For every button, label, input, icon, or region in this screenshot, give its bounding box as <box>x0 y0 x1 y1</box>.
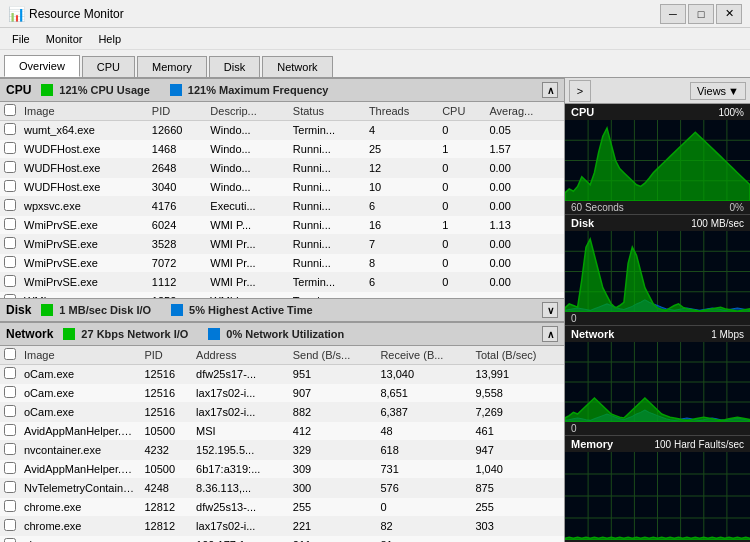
table-row[interactable]: oCam.exe12516lax17s02-i...8826,3877,269 <box>0 403 564 422</box>
cpu-col-check[interactable] <box>0 102 20 121</box>
table-row[interactable]: wpxsvc.exe4176Executi...Runni...600.00 <box>0 197 564 216</box>
cpu-col-status[interactable]: Status <box>289 102 365 121</box>
network-col-check[interactable] <box>0 346 20 365</box>
row-checkbox[interactable] <box>4 481 16 493</box>
table-cell: 3040 <box>148 178 206 197</box>
network-col-send[interactable]: Send (B/s... <box>289 346 377 365</box>
close-button[interactable]: ✕ <box>716 4 742 24</box>
table-cell: 12812 <box>140 517 192 536</box>
row-checkbox[interactable] <box>4 180 16 192</box>
table-row[interactable]: WmiPrvSE.exe3528WMI Pr...Runni...700.00 <box>0 235 564 254</box>
network-col-pid[interactable]: PID <box>140 346 192 365</box>
row-checkbox[interactable] <box>4 218 16 230</box>
table-cell <box>471 536 564 543</box>
disk-collapse-btn[interactable]: ∨ <box>542 302 558 318</box>
row-checkbox[interactable] <box>4 500 16 512</box>
table-row[interactable]: WUDFHost.exe2648Windo...Runni...1200.00 <box>0 159 564 178</box>
table-cell: 8,651 <box>376 384 471 403</box>
table-cell: 329 <box>289 441 377 460</box>
table-cell: AvidAppManHelper.exe <box>20 422 140 441</box>
row-checkbox[interactable] <box>4 443 16 455</box>
menu-monitor[interactable]: Monitor <box>38 31 91 47</box>
graph-canvas <box>565 120 750 201</box>
table-cell: Windo... <box>206 159 289 178</box>
graph-network: Network 1 Mbps 0 <box>565 325 750 435</box>
table-row[interactable]: WmiPrvSE.exe6024WMI P...Runni...1611.13 <box>0 216 564 235</box>
network-collapse-btn[interactable]: ∧ <box>542 326 558 342</box>
row-checkbox[interactable] <box>4 142 16 154</box>
network-select-all[interactable] <box>4 348 16 360</box>
tab-cpu[interactable]: CPU <box>82 56 135 77</box>
network-table-container[interactable]: Image PID Address Send (B/s... Receive (… <box>0 346 564 542</box>
table-row[interactable]: oCam.exe12516dfw25s17-...95113,04013,991 <box>0 365 564 384</box>
row-checkbox[interactable] <box>4 538 16 542</box>
network-col-image[interactable]: Image <box>20 346 140 365</box>
tab-memory[interactable]: Memory <box>137 56 207 77</box>
network-col-receive[interactable]: Receive (B... <box>376 346 471 365</box>
disk-section-header[interactable]: Disk 1 MB/sec Disk I/O 5% Highest Active… <box>0 298 564 322</box>
network-io-text: 27 Kbps Network I/O <box>81 328 188 340</box>
table-cell: Windo... <box>206 140 289 159</box>
cpu-col-pid[interactable]: PID <box>148 102 206 121</box>
table-row[interactable]: chrome.exe12812lax17s02-i...22182303 <box>0 517 564 536</box>
nav-back-button[interactable]: > <box>569 80 591 102</box>
row-checkbox[interactable] <box>4 519 16 531</box>
table-row[interactable]: NvTelemetryContainer.exe42488.36.113,...… <box>0 479 564 498</box>
cpu-table-body: wumt_x64.exe12660Windo...Termin...400.05… <box>0 121 564 299</box>
table-row[interactable]: AvidAppManHelper.exe105006b17:a319:...30… <box>0 460 564 479</box>
cpu-table-container[interactable]: Image PID Descrip... Status Threads CPU … <box>0 102 564 298</box>
row-checkbox[interactable] <box>4 405 16 417</box>
minimize-button[interactable]: ─ <box>660 4 686 24</box>
cpu-blue-dot <box>170 84 182 96</box>
table-cell: Runni... <box>289 159 365 178</box>
cpu-select-all[interactable] <box>4 104 16 116</box>
row-checkbox[interactable] <box>4 462 16 474</box>
tab-overview[interactable]: Overview <box>4 55 80 77</box>
cpu-col-desc[interactable]: Descrip... <box>206 102 289 121</box>
network-col-total[interactable]: Total (B/sec) <box>471 346 564 365</box>
menu-help[interactable]: Help <box>90 31 129 47</box>
network-section-header[interactable]: Network 27 Kbps Network I/O 0% Network U… <box>0 322 564 346</box>
row-checkbox[interactable] <box>4 161 16 173</box>
graph-label: Disk <box>571 217 594 229</box>
cpu-table: Image PID Descrip... Status Threads CPU … <box>0 102 564 298</box>
table-cell: 412 <box>289 422 377 441</box>
title-text: Resource Monitor <box>29 7 660 21</box>
cpu-section-header[interactable]: CPU 121% CPU Usage 121% Maximum Frequenc… <box>0 78 564 102</box>
row-checkbox[interactable] <box>4 386 16 398</box>
table-row[interactable]: chrome.exe12812dfw25s13-...2550255 <box>0 498 564 517</box>
cpu-col-threads[interactable]: Threads <box>365 102 438 121</box>
table-row[interactable]: oCam.exe12516lax17s02-i...9078,6519,558 <box>0 384 564 403</box>
tab-network[interactable]: Network <box>262 56 332 77</box>
views-button[interactable]: Views ▼ <box>690 82 746 100</box>
cpu-col-image[interactable]: Image <box>20 102 148 121</box>
row-checkbox[interactable] <box>4 199 16 211</box>
table-row[interactable]: WUDFHost.exe3040Windo...Runni...1000.00 <box>0 178 564 197</box>
row-checkbox[interactable] <box>4 123 16 135</box>
row-checkbox[interactable] <box>4 424 16 436</box>
row-checkbox[interactable] <box>4 237 16 249</box>
table-row[interactable]: WmiPrvSE.exe7072WMI Pr...Runni...800.00 <box>0 254 564 273</box>
tab-disk[interactable]: Disk <box>209 56 260 77</box>
row-checkbox[interactable] <box>4 256 16 268</box>
network-green-dot <box>63 328 75 340</box>
graph-bottom-row: 60 Seconds 0% <box>565 201 750 214</box>
table-cell: 0 <box>438 197 485 216</box>
disk-status: 1 MB/sec Disk I/O 5% Highest Active Time <box>41 304 542 316</box>
table-row[interactable]: WmiPrvSE.exe1112WMI Pr...Termin...600.00 <box>0 273 564 292</box>
table-row[interactable]: chrome......100.177.1...21181 <box>0 536 564 543</box>
row-checkbox[interactable] <box>4 367 16 379</box>
row-checkbox[interactable] <box>4 275 16 287</box>
table-row[interactable]: WUDFHost.exe1468Windo...Runni...2511.57 <box>0 140 564 159</box>
maximize-button[interactable]: □ <box>688 4 714 24</box>
menu-file[interactable]: File <box>4 31 38 47</box>
cpu-collapse-btn[interactable]: ∧ <box>542 82 558 98</box>
cpu-col-avg[interactable]: Averag... <box>485 102 564 121</box>
table-row[interactable]: nvcontainer.exe4232152.195.5...329618947 <box>0 441 564 460</box>
table-row[interactable]: wumt_x64.exe12660Windo...Termin...400.05 <box>0 121 564 140</box>
network-col-address[interactable]: Address <box>192 346 289 365</box>
cpu-col-cpu[interactable]: CPU <box>438 102 485 121</box>
table-cell: 882 <box>289 403 377 422</box>
table-row[interactable]: AvidAppManHelper.exe10500MSI41248461 <box>0 422 564 441</box>
table-cell: 1.13 <box>485 216 564 235</box>
